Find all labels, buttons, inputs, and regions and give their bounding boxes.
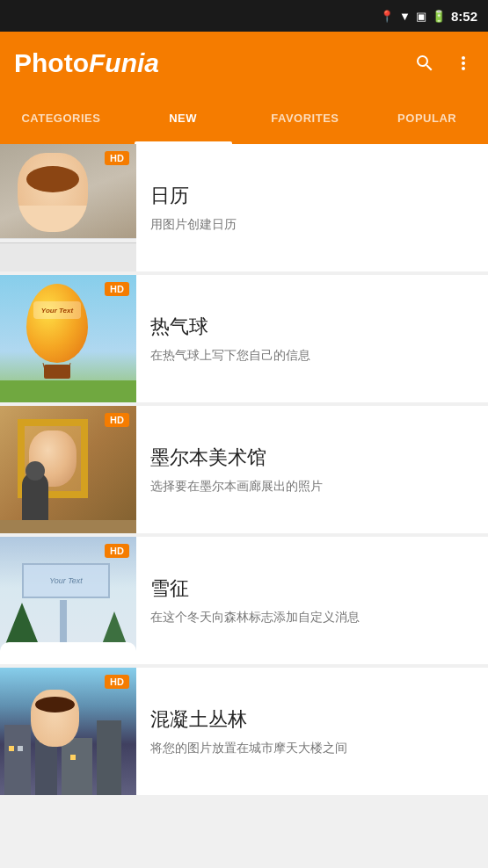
item-desc: 将您的图片放置在城市摩天大楼之间	[150, 740, 474, 757]
item-info-museum: 墨尔本美术馆 选择要在墨尔本画廊展出的照片	[136, 406, 488, 533]
list-item[interactable]: HD 混凝土丛林 将您的图片放置在城市摩天大楼之间	[0, 668, 488, 795]
list-item[interactable]: HD 日历 用图片创建日历	[0, 144, 488, 271]
item-desc: 在热气球上写下您自己的信息	[150, 347, 474, 365]
wifi-icon: ▼	[399, 10, 411, 23]
status-time: 8:52	[451, 9, 477, 24]
item-title: 热气球	[150, 314, 474, 340]
item-desc: 用图片创建日历	[150, 216, 474, 234]
thumbnail-museum: HD	[0, 406, 136, 533]
item-desc: 选择要在墨尔本画廊展出的照片	[150, 478, 474, 495]
app-logo: Photo Funia	[14, 48, 159, 78]
status-icons: 📍 ▼ ▣ 🔋 8:52	[380, 9, 477, 24]
logo-funia-text: Funia	[89, 48, 159, 78]
tab-new[interactable]: NEW	[122, 95, 244, 144]
item-info-city: 混凝土丛林 将您的图片放置在城市摩天大楼之间	[136, 668, 488, 795]
app-bar-actions	[414, 53, 474, 74]
balloon-body: Your Text	[26, 284, 88, 363]
hd-badge: HD	[105, 675, 129, 689]
item-title: 雪征	[150, 575, 474, 602]
item-title: 日历	[150, 183, 474, 209]
thumbnail-snow: HD Your Text	[0, 537, 136, 664]
calendar-face	[18, 153, 88, 232]
list-item[interactable]: HD 墨尔本美术馆 选择要在墨尔本画廊展出的照片	[0, 406, 488, 533]
more-options-button[interactable]	[453, 53, 474, 74]
thumbnail-calendar: HD	[0, 144, 136, 271]
tab-popular[interactable]: POPULAR	[366, 95, 488, 144]
app-bar: Photo Funia	[0, 32, 488, 95]
search-button[interactable]	[414, 53, 435, 74]
thumbnail-city: HD	[0, 668, 136, 795]
hd-badge: HD	[105, 544, 129, 558]
item-info-calendar: 日历 用图片创建日历	[136, 144, 488, 271]
balloon-basket	[44, 365, 70, 379]
item-title: 混凝土丛林	[150, 706, 474, 733]
search-icon	[414, 53, 435, 74]
list-item[interactable]: HD Your Text 热气球 在热气球上写下您自己的信息	[0, 275, 488, 402]
tab-bar: CATEGORIES NEW FAVORITES POPULAR	[0, 95, 488, 144]
hd-badge: HD	[105, 282, 129, 296]
content-list: HD 日历 用图片创建日历 HD	[0, 144, 488, 868]
signal-icon: ▣	[416, 10, 426, 23]
logo-photo-text: Photo	[14, 48, 89, 78]
item-info-balloon: 热气球 在热气球上写下您自己的信息	[136, 275, 488, 402]
tab-categories[interactable]: CATEGORIES	[0, 95, 122, 144]
location-icon: 📍	[380, 10, 394, 23]
snow-sign: Your Text	[22, 563, 110, 598]
museum-visitor	[22, 472, 48, 524]
hd-badge: HD	[105, 413, 129, 427]
item-title: 墨尔本美术馆	[150, 445, 474, 471]
tab-favorites[interactable]: FAVORITES	[244, 95, 367, 144]
status-bar: 📍 ▼ ▣ 🔋 8:52	[0, 0, 488, 32]
more-vert-icon	[453, 53, 474, 74]
item-info-snow: 雪征 在这个冬天向森林标志添加自定义消息	[136, 537, 488, 664]
item-desc: 在这个冬天向森林标志添加自定义消息	[150, 609, 474, 626]
battery-icon: 🔋	[432, 10, 446, 23]
list-item[interactable]: HD Your Text 雪征 在这个冬天向森林标志添加自定义消息	[0, 537, 488, 664]
hd-badge: HD	[105, 151, 129, 165]
thumbnail-balloon: HD Your Text	[0, 275, 136, 402]
